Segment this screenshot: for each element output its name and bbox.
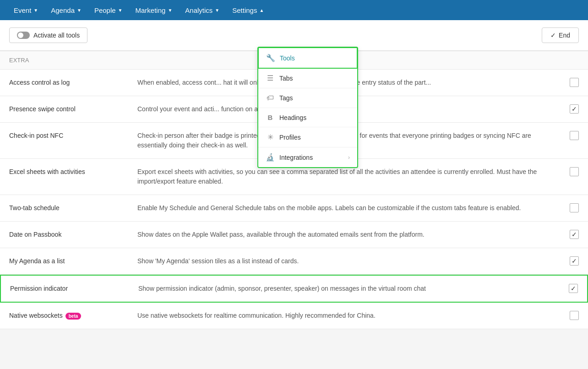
tool-checkbox-presence-swipe-control[interactable] xyxy=(570,104,579,114)
tool-desc-permission-indicator: Show permission indicator (admin, sponso… xyxy=(138,284,569,293)
beta-badge-native-websockets: beta xyxy=(65,313,82,320)
dropdown-item-tabs[interactable]: ☰ Tabs xyxy=(258,68,357,88)
tool-name-permission-indicator: Permission indicator xyxy=(10,284,138,292)
dropdown-item-profiles[interactable]: ✳ Profiles xyxy=(258,127,357,147)
nav-agenda[interactable]: Agenda ▼ xyxy=(44,0,88,20)
tool-checkbox-excel-sheets-activities[interactable] xyxy=(570,167,579,176)
nav-settings[interactable]: Settings ▲ xyxy=(226,0,270,20)
tool-checkbox-my-agenda-list[interactable] xyxy=(570,256,579,266)
nav-analytics[interactable]: Analytics ▼ xyxy=(179,0,226,20)
tool-name-native-websockets: Native websocketsbeta xyxy=(9,311,137,320)
tool-row-date-on-passbook: Date on PassbookShow dates on the Apple … xyxy=(0,222,588,248)
tool-checkbox-permission-indicator[interactable] xyxy=(569,284,578,293)
tool-row-my-agenda-list: My Agenda as a listShow 'My Agenda' sess… xyxy=(0,248,588,275)
tools-dropdown-menu: 🔧 Tools ☰ Tabs 🏷 Tags B Headings ✳ Profi… xyxy=(257,47,358,168)
nav-people[interactable]: People ▼ xyxy=(88,0,129,20)
toolbar: Activate all tools 🔧 Tools ☰ Tabs 🏷 Tags… xyxy=(0,20,588,51)
tool-desc-my-agenda-list: Show 'My Agenda' session tiles as a list… xyxy=(137,256,570,266)
dropdown-item-headings[interactable]: B Headings xyxy=(258,108,357,127)
tags-label: Tags xyxy=(279,94,350,102)
end-button[interactable]: ✓ End xyxy=(542,27,579,43)
tool-row-two-tab-schedule: Two-tab scheduleEnable My Schedule and G… xyxy=(0,195,588,222)
tool-desc-date-on-passbook: Show dates on the Apple Wallet pass, ava… xyxy=(137,230,570,239)
integrations-submenu-arrow: › xyxy=(348,154,350,161)
headings-label: Headings xyxy=(279,114,350,121)
integrations-label: Integrations xyxy=(279,154,343,161)
nav-agenda-label: Agenda xyxy=(51,6,75,14)
dropdown-item-tools[interactable]: 🔧 Tools xyxy=(258,47,358,69)
tool-name-two-tab-schedule: Two-tab schedule xyxy=(9,203,137,212)
activate-all-label: Activate all tools xyxy=(33,32,80,39)
tool-desc-two-tab-schedule: Enable My Schedule and General Schedule … xyxy=(137,203,570,213)
nav-analytics-arrow: ▼ xyxy=(215,8,219,13)
main-content: Activate all tools 🔧 Tools ☰ Tabs 🏷 Tags… xyxy=(0,20,588,329)
tool-checkbox-two-tab-schedule[interactable] xyxy=(570,203,579,212)
tool-name-date-on-passbook: Date on Passbook xyxy=(9,230,137,238)
tabs-label: Tabs xyxy=(279,75,350,82)
tool-desc-excel-sheets-activities: Export excel sheets with activities, so … xyxy=(137,167,570,186)
tool-desc-native-websockets: Use native websockets for realtime commu… xyxy=(137,311,570,320)
tool-name-presence-swipe-control: Presence swipe control xyxy=(9,104,137,113)
tools-label: Tools xyxy=(280,54,349,62)
dropdown-item-tags[interactable]: 🏷 Tags xyxy=(258,88,357,108)
tool-row-permission-indicator: Permission indicatorShow permission indi… xyxy=(0,275,588,303)
dropdown-item-integrations[interactable]: 🔬 Integrations › xyxy=(258,147,357,167)
profiles-label: Profiles xyxy=(279,134,350,141)
toggle-icon xyxy=(17,32,30,39)
headings-icon: B xyxy=(266,114,275,121)
tool-name-check-in-post-nfc: Check-in post NFC xyxy=(9,131,137,139)
tool-row-native-websockets: Native websocketsbetaUse native websocke… xyxy=(0,303,588,329)
nav-people-label: People xyxy=(94,6,116,14)
nav-settings-label: Settings xyxy=(232,6,257,14)
nav-event-arrow: ▼ xyxy=(33,8,38,13)
end-label: End xyxy=(559,32,570,39)
nav-people-arrow: ▼ xyxy=(118,8,123,13)
tool-name-my-agenda-list: My Agenda as a list xyxy=(9,256,137,265)
nav-event[interactable]: Event ▼ xyxy=(7,0,44,20)
tool-checkbox-check-in-post-nfc[interactable] xyxy=(570,131,579,140)
tool-checkbox-access-control-log[interactable] xyxy=(570,78,579,87)
profiles-icon: ✳ xyxy=(266,133,275,141)
nav-marketing-label: Marketing xyxy=(136,6,166,14)
nav-analytics-label: Analytics xyxy=(185,6,212,14)
tool-checkbox-date-on-passbook[interactable] xyxy=(570,230,579,239)
nav-agenda-arrow: ▼ xyxy=(77,8,82,13)
tool-name-access-control-log: Access control as log xyxy=(9,78,137,86)
nav-marketing[interactable]: Marketing ▼ xyxy=(129,0,179,20)
checkmark-icon: ✓ xyxy=(550,32,556,39)
top-navigation: Event ▼ Agenda ▼ People ▼ Marketing ▼ An… xyxy=(0,0,588,20)
nav-marketing-arrow: ▼ xyxy=(168,8,172,13)
integrations-icon: 🔬 xyxy=(266,153,275,162)
section-label-text: EXTRA xyxy=(9,57,29,64)
nav-settings-arrow: ▲ xyxy=(259,8,264,13)
activate-all-button[interactable]: Activate all tools xyxy=(9,27,87,43)
tags-icon: 🏷 xyxy=(266,94,275,102)
tool-checkbox-native-websockets[interactable] xyxy=(570,311,579,320)
nav-event-label: Event xyxy=(14,6,31,14)
tool-name-excel-sheets-activities: Excel sheets with activities xyxy=(9,167,137,175)
tabs-icon: ☰ xyxy=(266,74,275,82)
tools-icon: 🔧 xyxy=(266,54,275,62)
